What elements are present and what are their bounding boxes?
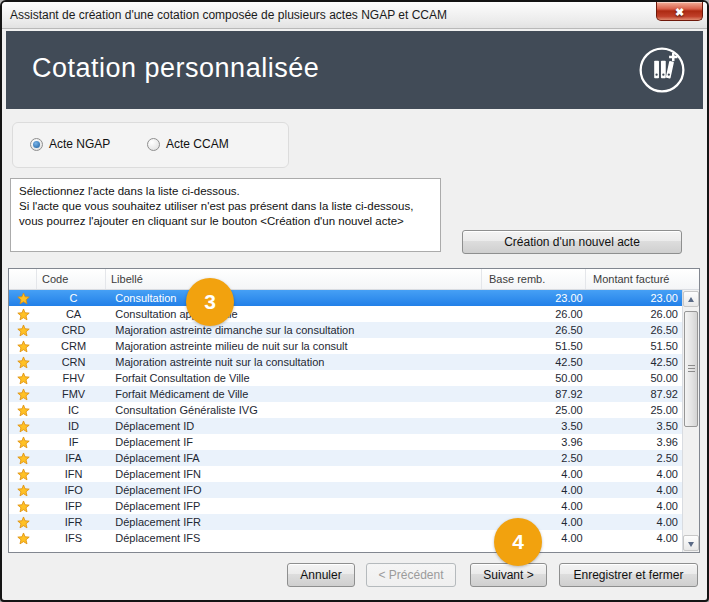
instructions-line: Sélectionnez l'acte dans la liste ci-des…	[19, 184, 432, 199]
cell-libelle: Majoration astreinte dimanche sur la con…	[110, 322, 483, 338]
favorite-star-icon[interactable]	[9, 354, 37, 370]
table-row[interactable]: IFRDéplacement IFR4.004.00	[9, 514, 682, 530]
cell-montant-facture: 26.00	[587, 306, 682, 322]
cell-base-remb: 87.92	[483, 386, 586, 402]
cell-libelle: Majoration astreinte nuit sur la consult…	[110, 354, 483, 370]
column-header-libelle[interactable]: Libellé	[106, 269, 482, 289]
scroll-down-icon[interactable]	[683, 535, 699, 551]
radio-acte-ngap[interactable]: Acte NGAP	[30, 137, 110, 151]
table-row[interactable]: FMVForfait Médicament de Ville87.9287.92	[9, 386, 682, 402]
acts-table: Code Libellé Base remb. Montant facturé …	[8, 268, 700, 553]
cell-code: IC	[37, 402, 110, 418]
cell-base-remb: 26.50	[483, 322, 586, 338]
cell-code: IF	[37, 434, 110, 450]
column-header-montant-facture[interactable]: Montant facturé	[586, 269, 682, 289]
cell-montant-facture: 4.00	[587, 530, 682, 546]
radio-unselected-icon	[147, 138, 160, 151]
favorite-star-icon[interactable]	[9, 466, 37, 482]
save-close-button[interactable]: Enregistrer et fermer	[559, 563, 698, 587]
favorite-star-icon[interactable]	[9, 386, 37, 402]
cell-libelle: Déplacement IFO	[110, 482, 483, 498]
column-header-code[interactable]: Code	[37, 269, 106, 289]
close-icon: ✖	[675, 6, 684, 18]
scroll-up-icon[interactable]	[683, 291, 699, 307]
favorite-star-icon[interactable]	[9, 370, 37, 386]
annotation-badge-3: 3	[186, 278, 234, 326]
cell-code: C	[37, 290, 110, 306]
cell-code: FHV	[37, 370, 110, 386]
cell-code: CRD	[37, 322, 110, 338]
cell-libelle: Déplacement IFP	[110, 498, 483, 514]
table-row[interactable]: CConsultation23.0023.00	[9, 290, 682, 306]
cell-code: IFN	[37, 466, 110, 482]
favorite-star-icon[interactable]	[9, 450, 37, 466]
favorite-star-icon[interactable]	[9, 290, 37, 306]
favorite-star-icon[interactable]	[9, 434, 37, 450]
radio-label: Acte CCAM	[166, 137, 229, 151]
favorite-star-icon[interactable]	[9, 306, 37, 322]
cell-montant-facture: 50.00	[587, 370, 682, 386]
instructions-line: Si l'acte que vous souhaitez utiliser n'…	[19, 199, 432, 229]
cell-montant-facture: 87.92	[587, 386, 682, 402]
page-title: Cotation personnalisée	[32, 53, 319, 84]
table-row[interactable]: IFADéplacement IFA2.502.50	[9, 450, 682, 466]
table-header: Code Libellé Base remb. Montant facturé	[9, 269, 699, 290]
cell-code: IFP	[37, 498, 110, 514]
cell-base-remb: 25.00	[483, 402, 586, 418]
favorite-star-icon[interactable]	[9, 530, 37, 546]
column-header-base-remb[interactable]: Base remb.	[482, 269, 586, 289]
close-button[interactable]: ✖	[656, 2, 703, 21]
table-row[interactable]: IFODéplacement IFO4.004.00	[9, 482, 682, 498]
column-header-favorite[interactable]	[9, 269, 37, 289]
cell-libelle: Forfait Consultation de Ville	[110, 370, 483, 386]
table-row[interactable]: IFNDéplacement IFN4.004.00	[9, 466, 682, 482]
cell-code: IFO	[37, 482, 110, 498]
scroll-thumb[interactable]	[684, 311, 698, 427]
table-row[interactable]: CRNMajoration astreinte nuit sur la cons…	[9, 354, 682, 370]
window-title: Assistant de création d'une cotation com…	[10, 8, 447, 22]
radio-acte-ccam[interactable]: Acte CCAM	[147, 137, 229, 151]
favorite-star-icon[interactable]	[9, 418, 37, 434]
cell-montant-facture: 2.50	[587, 450, 682, 466]
cell-code: ID	[37, 418, 110, 434]
cell-montant-facture: 26.50	[587, 322, 682, 338]
table-row[interactable]: CAConsultation approfondie26.0026.00	[9, 306, 682, 322]
create-act-button[interactable]: Création d'un nouvel acte	[462, 230, 682, 254]
previous-button[interactable]: < Précédent	[366, 563, 456, 587]
cell-code: CRM	[37, 338, 110, 354]
favorite-star-icon[interactable]	[9, 338, 37, 354]
cell-base-remb: 3.50	[483, 418, 586, 434]
cell-code: IFS	[37, 530, 110, 546]
table-row[interactable]: IDDéplacement ID3.503.50	[9, 418, 682, 434]
cell-montant-facture: 51.50	[587, 338, 682, 354]
table-row[interactable]: IFDéplacement IF3.963.96	[9, 434, 682, 450]
table-row[interactable]: ICConsultation Généraliste IVG25.0025.00	[9, 402, 682, 418]
table-row[interactable]: FHVForfait Consultation de Ville50.0050.…	[9, 370, 682, 386]
cell-base-remb: 2.50	[483, 450, 586, 466]
favorite-star-icon[interactable]	[9, 322, 37, 338]
table-row[interactable]: IFSDéplacement IFS4.004.00	[9, 530, 682, 546]
cell-base-remb: 50.00	[483, 370, 586, 386]
cell-libelle: Déplacement IFR	[110, 514, 483, 530]
table-scrollbar[interactable]	[682, 290, 699, 552]
radio-selected-icon	[30, 138, 43, 151]
favorite-star-icon[interactable]	[9, 514, 37, 530]
table-row[interactable]: IFPDéplacement IFP4.004.00	[9, 498, 682, 514]
cell-code: FMV	[37, 386, 110, 402]
cancel-button[interactable]: Annuler	[287, 563, 355, 587]
table-row[interactable]: CRDMajoration astreinte dimanche sur la …	[9, 322, 682, 338]
next-button[interactable]: Suivant >	[470, 563, 547, 587]
cell-base-remb: 51.50	[483, 338, 586, 354]
cell-libelle: Consultation	[110, 290, 483, 306]
favorite-star-icon[interactable]	[9, 498, 37, 514]
add-acts-icon	[637, 45, 687, 95]
cell-code: CRN	[37, 354, 110, 370]
cell-libelle: Majoration astreinte milieu de nuit sur …	[110, 338, 483, 354]
titlebar: Assistant de création d'une cotation com…	[2, 2, 707, 29]
dialog-window: Assistant de création d'une cotation com…	[0, 0, 709, 602]
cell-montant-facture: 3.96	[587, 434, 682, 450]
favorite-star-icon[interactable]	[9, 402, 37, 418]
table-row[interactable]: CRMMajoration astreinte milieu de nuit s…	[9, 338, 682, 354]
cell-montant-facture: 42.50	[587, 354, 682, 370]
favorite-star-icon[interactable]	[9, 482, 37, 498]
